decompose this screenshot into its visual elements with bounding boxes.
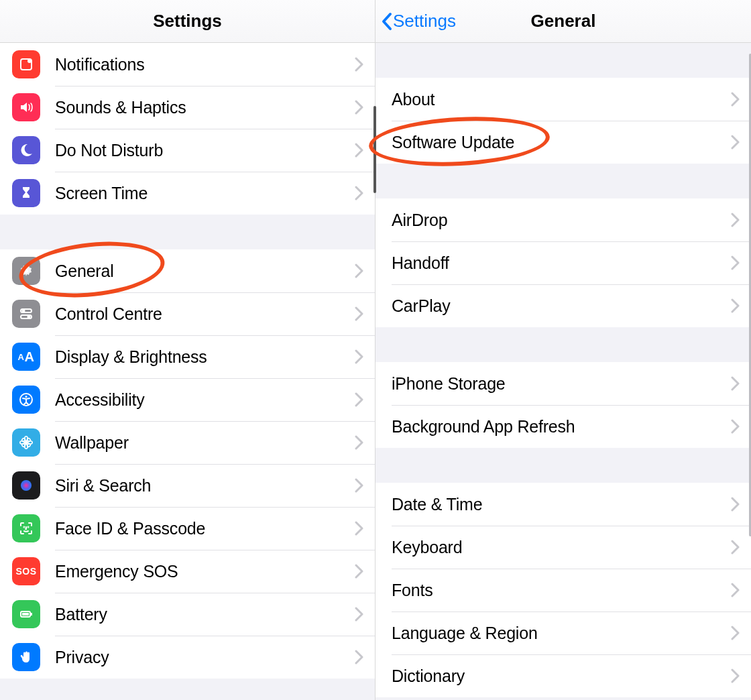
chevron-right-icon — [355, 186, 364, 200]
row-software-update[interactable]: Software Update — [376, 121, 751, 164]
general-group: About Software Update — [376, 78, 751, 164]
group-spacer — [376, 448, 751, 483]
row-background-refresh[interactable]: Background App Refresh — [376, 405, 751, 448]
row-carplay[interactable]: CarPlay — [376, 284, 751, 327]
chevron-right-icon — [355, 100, 364, 115]
row-label: General — [55, 261, 355, 281]
general-navbar: Settings General — [376, 0, 751, 43]
svg-point-18 — [21, 480, 32, 491]
row-wallpaper[interactable]: Wallpaper — [0, 421, 375, 464]
row-label: Fonts — [392, 581, 731, 600]
row-accessibility[interactable]: Accessibility — [0, 378, 375, 421]
row-screentime[interactable]: Screen Time — [0, 172, 375, 215]
group-spacer — [0, 215, 375, 249]
row-control-centre[interactable]: Control Centre — [0, 292, 375, 335]
switches-icon — [12, 300, 40, 328]
group-spacer — [0, 679, 375, 691]
row-sounds[interactable]: Sounds & Haptics — [0, 86, 375, 129]
row-label: iPhone Storage — [392, 374, 731, 394]
svg-point-9 — [25, 441, 27, 444]
chevron-right-icon — [731, 668, 740, 683]
gear-icon — [12, 257, 40, 285]
row-sos[interactable]: SOS Emergency SOS — [0, 550, 375, 593]
svg-rect-22 — [31, 613, 32, 616]
row-iphone-storage[interactable]: iPhone Storage — [376, 362, 751, 405]
row-label: Handoff — [392, 253, 731, 273]
chevron-right-icon — [355, 349, 364, 364]
settings-navbar: Settings — [0, 0, 375, 43]
chevron-left-icon — [381, 12, 393, 31]
row-label: Sounds & Haptics — [55, 98, 355, 117]
row-label: Date & Time — [392, 495, 731, 514]
moon-icon — [12, 136, 40, 164]
row-label: Dictionary — [392, 666, 731, 686]
row-about[interactable]: About — [376, 78, 751, 121]
general-title: General — [531, 11, 596, 32]
row-battery[interactable]: Battery — [0, 593, 375, 636]
general-group: iPhone Storage Background App Refresh — [376, 362, 751, 448]
sounds-icon — [12, 93, 40, 121]
row-handoff[interactable]: Handoff — [376, 241, 751, 284]
chevron-right-icon — [355, 306, 364, 321]
row-date-time[interactable]: Date & Time — [376, 483, 751, 526]
svg-point-1 — [27, 59, 32, 63]
row-label: Software Update — [392, 133, 731, 152]
row-label: Siri & Search — [55, 476, 355, 495]
group-spacer — [376, 164, 751, 198]
row-label: Language & Region — [392, 624, 731, 643]
svg-point-20 — [28, 527, 29, 528]
row-language-region[interactable]: Language & Region — [376, 611, 751, 654]
settings-list[interactable]: Notifications Sounds & Haptics Do Not Di… — [0, 43, 375, 700]
chevron-right-icon — [731, 213, 740, 227]
settings-pane: Settings Notifications Sounds & Haptics — [0, 0, 376, 700]
row-fonts[interactable]: Fonts — [376, 569, 751, 611]
general-list[interactable]: About Software Update AirDrop Handoff — [376, 43, 751, 700]
siri-icon — [12, 471, 40, 500]
row-label: Background App Refresh — [392, 417, 731, 436]
chevron-right-icon — [355, 143, 364, 158]
chevron-right-icon — [731, 419, 740, 434]
text-size-icon: AA — [12, 343, 40, 371]
hourglass-icon — [12, 179, 40, 207]
row-label: Screen Time — [55, 184, 355, 203]
svg-point-6 — [28, 316, 30, 318]
row-dnd[interactable]: Do Not Disturb — [0, 129, 375, 172]
chevron-right-icon — [355, 392, 364, 407]
row-label: AirDrop — [392, 211, 731, 230]
chevron-right-icon — [355, 57, 364, 72]
chevron-right-icon — [731, 255, 740, 270]
chevron-right-icon — [731, 92, 740, 107]
row-label: Keyboard — [392, 538, 731, 557]
accessibility-icon — [12, 386, 40, 414]
row-airdrop[interactable]: AirDrop — [376, 198, 751, 241]
chevron-right-icon — [731, 540, 740, 555]
row-faceid[interactable]: Face ID & Passcode — [0, 507, 375, 550]
faceid-icon — [12, 514, 40, 542]
row-siri[interactable]: Siri & Search — [0, 464, 375, 507]
flower-icon — [12, 428, 40, 457]
svg-point-4 — [23, 310, 25, 312]
row-keyboard[interactable]: Keyboard — [376, 526, 751, 569]
row-label: Accessibility — [55, 390, 355, 410]
row-label: Do Not Disturb — [55, 141, 355, 160]
back-button[interactable]: Settings — [381, 11, 456, 32]
row-display[interactable]: AA Display & Brightness — [0, 335, 375, 378]
row-label: Emergency SOS — [55, 562, 355, 581]
row-notifications[interactable]: Notifications — [0, 43, 375, 86]
row-privacy[interactable]: Privacy — [0, 636, 375, 679]
chevron-right-icon — [731, 298, 740, 313]
row-general[interactable]: General — [0, 249, 375, 292]
row-label: Display & Brightness — [55, 347, 355, 367]
back-label: Settings — [393, 11, 456, 32]
notifications-icon — [12, 50, 40, 78]
svg-point-8 — [25, 396, 27, 398]
row-label: CarPlay — [392, 296, 731, 316]
chevron-right-icon — [731, 626, 740, 640]
scroll-indicator[interactable] — [373, 106, 376, 193]
settings-group: Notifications Sounds & Haptics Do Not Di… — [0, 43, 375, 215]
row-dictionary[interactable]: Dictionary — [376, 654, 751, 697]
row-label: Notifications — [55, 55, 355, 74]
chevron-right-icon — [355, 564, 364, 579]
settings-group: General Control Centre AA Display & Brig… — [0, 249, 375, 679]
chevron-right-icon — [731, 497, 740, 512]
